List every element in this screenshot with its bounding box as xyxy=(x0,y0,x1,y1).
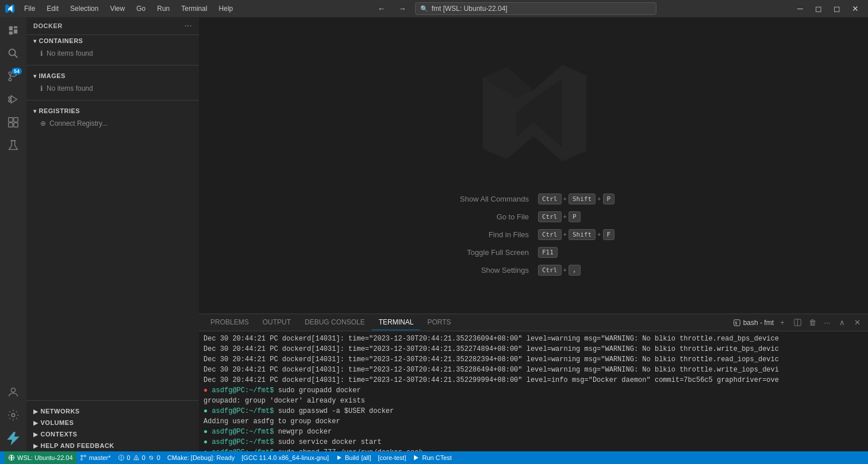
activity-settings[interactable] xyxy=(2,404,24,426)
status-cmake[interactable]: CMake: [Debug]: Ready xyxy=(164,451,238,464)
nav-forward-button[interactable]: → xyxy=(394,2,410,15)
tab-problems[interactable]: PROBLEMS xyxy=(203,315,256,330)
titlebar-right: ─ ◻ ◻ ✕ xyxy=(792,2,863,15)
tab-ports[interactable]: PORTS xyxy=(420,315,458,330)
help-chevron: ▶ xyxy=(33,443,39,449)
titlebar-center: ← → 🔍 fmt [WSL: Ubuntu-22.04] xyxy=(237,2,792,15)
titlebar-left: File Edit Selection View Go Run Terminal… xyxy=(5,3,237,14)
status-gcc[interactable]: [GCC 11.4.0 x86_64-linux-gnu] xyxy=(238,451,332,464)
menu-selection[interactable]: Selection xyxy=(66,3,103,14)
svg-marker-36 xyxy=(337,455,341,460)
connect-registry-icon: ⊕ xyxy=(40,119,46,127)
bash-label: $ bash - fmt xyxy=(733,319,774,327)
kbd-comma: , xyxy=(569,265,581,276)
restore-button[interactable]: ◻ xyxy=(811,2,827,15)
terminal-content[interactable]: Dec 30 20:44:21 PC dockerd[14031]: time=… xyxy=(199,331,868,451)
networks-chevron: ▶ xyxy=(33,408,39,415)
menu-go[interactable]: Go xyxy=(132,3,150,14)
volumes-section-header[interactable]: ▶ VOLUMES xyxy=(26,417,199,428)
status-branch[interactable]: master* xyxy=(76,451,114,464)
svg-rect-16 xyxy=(14,123,18,127)
kbd-ctrl-4: Ctrl xyxy=(538,265,562,276)
networks-section-header[interactable]: ▶ NETWORKS xyxy=(26,405,199,417)
menu-terminal[interactable]: Terminal xyxy=(176,3,212,14)
menu-help[interactable]: Help xyxy=(214,3,238,14)
containers-chevron: ▾ xyxy=(33,38,37,44)
term-line-3: Dec 30 20:44:21 PC dockerd[14031]: time=… xyxy=(203,354,863,365)
activity-account[interactable] xyxy=(2,381,24,403)
settings-keys: Ctrl + , xyxy=(538,265,671,276)
menu-edit[interactable]: Edit xyxy=(42,3,63,14)
kbd-ctrl-1: Ctrl xyxy=(538,194,562,204)
tab-output[interactable]: OUTPUT xyxy=(256,315,298,330)
activity-explorer[interactable] xyxy=(2,20,24,41)
command-search-bar[interactable]: 🔍 fmt [WSL: Ubuntu-22.04] xyxy=(415,2,656,15)
close-button[interactable]: ✕ xyxy=(847,2,863,15)
activity-search[interactable] xyxy=(2,42,24,64)
term-line-12: ● asdfg@PC:~/fmt$ sudo chmod 777 /var/ru… xyxy=(203,447,863,451)
divider-3 xyxy=(26,400,199,401)
term-line-10: ● asdfg@PC:~/fmt$ newgrp docker xyxy=(203,427,863,437)
contexts-label: CONTEXTS xyxy=(41,431,78,438)
maximize-button[interactable]: ◻ xyxy=(829,2,845,15)
term-line-9: Adding user asdfg to group docker xyxy=(203,416,863,427)
activity-testing[interactable] xyxy=(2,134,24,156)
containers-no-items: ℹ No items found xyxy=(26,48,199,59)
menu-file[interactable]: File xyxy=(20,3,40,14)
menu-run[interactable]: Run xyxy=(152,3,174,14)
status-build[interactable]: Build [all] xyxy=(332,451,375,464)
menu-view[interactable]: View xyxy=(105,3,129,14)
kbd-p-2: P xyxy=(569,211,581,222)
containers-section-header[interactable]: ▾ CONTAINERS xyxy=(26,35,199,47)
activity-run-debug[interactable] xyxy=(2,88,24,110)
status-wsl[interactable]: WSL: Ubuntu-22.04 xyxy=(5,451,76,464)
editor-area: Show All Commands Ctrl + Shift + P Go to… xyxy=(199,17,868,451)
close-panel-button[interactable]: ✕ xyxy=(851,316,863,329)
term-line-6: ● asdfg@PC:~/fmt$ sudo groupadd docker xyxy=(203,385,863,396)
contexts-section-header[interactable]: ▶ CONTEXTS xyxy=(26,428,199,440)
activity-docker[interactable] xyxy=(2,427,24,449)
find-in-files-keys: Ctrl + Shift + F xyxy=(538,229,671,240)
nav-back-button[interactable]: ← xyxy=(374,2,390,15)
new-terminal-button[interactable]: + xyxy=(776,316,789,329)
svg-point-11 xyxy=(9,96,11,99)
svg-text:$: $ xyxy=(735,320,737,324)
images-section-header[interactable]: ▾ IMAGES xyxy=(26,70,199,82)
status-bar: WSL: Ubuntu-22.04 master* 0 0 0 CMake: [… xyxy=(0,451,868,464)
svg-point-18 xyxy=(11,388,15,392)
svg-point-27 xyxy=(84,455,86,457)
command-all-commands: Show All Commands Ctrl + Shift + P xyxy=(395,194,671,204)
kbd-ctrl-3: Ctrl xyxy=(538,229,562,240)
maximize-panel-button[interactable]: ∧ xyxy=(836,316,848,329)
sidebar-title: DOCKER xyxy=(33,22,63,29)
images-info-icon: ℹ xyxy=(40,84,43,92)
show-all-commands-keys: Ctrl + Shift + P xyxy=(538,194,671,204)
sidebar-more-button[interactable]: ··· xyxy=(185,21,192,31)
main-area: 54 xyxy=(0,17,868,451)
status-core-test[interactable]: [core-test] xyxy=(375,451,410,464)
command-fullscreen: Toggle Full Screen F11 xyxy=(395,247,671,258)
command-hints: Show All Commands Ctrl + Shift + P Go to… xyxy=(395,194,671,276)
svg-point-6 xyxy=(9,72,11,75)
minimize-button[interactable]: ─ xyxy=(792,2,808,15)
search-text: fmt [WSL: Ubuntu-22.04] xyxy=(432,5,508,13)
kbd-shift-3: Shift xyxy=(569,229,596,240)
tab-debug-console[interactable]: DEBUG CONSOLE xyxy=(298,315,372,330)
connect-registry-item[interactable]: ⊕ Connect Registry... xyxy=(26,118,199,129)
term-line-5: Dec 30 20:44:21 PC dockerd[14031]: time=… xyxy=(203,375,863,385)
activity-extensions[interactable] xyxy=(2,111,24,133)
tab-terminal[interactable]: TERMINAL xyxy=(372,315,421,330)
images-no-items-text: No items found xyxy=(47,84,93,92)
status-run-ctest[interactable]: Run CTest xyxy=(409,451,455,464)
registries-section-header[interactable]: ▾ REGISTRIES xyxy=(26,105,199,117)
panel-tabs: PROBLEMS OUTPUT DEBUG CONSOLE TERMINAL P… xyxy=(199,314,868,331)
kbd-shift-1: Shift xyxy=(569,194,596,204)
kill-terminal-button[interactable]: 🗑 xyxy=(806,316,819,329)
help-section-header[interactable]: ▶ HELP AND FEEDBACK xyxy=(26,440,199,451)
divider-1 xyxy=(26,65,199,65)
status-errors[interactable]: 0 0 0 xyxy=(114,451,164,464)
svg-rect-0 xyxy=(9,26,13,30)
terminal-more-button[interactable]: ··· xyxy=(821,316,834,329)
activity-source-control[interactable]: 54 xyxy=(2,65,24,87)
split-terminal-button[interactable] xyxy=(791,316,804,329)
